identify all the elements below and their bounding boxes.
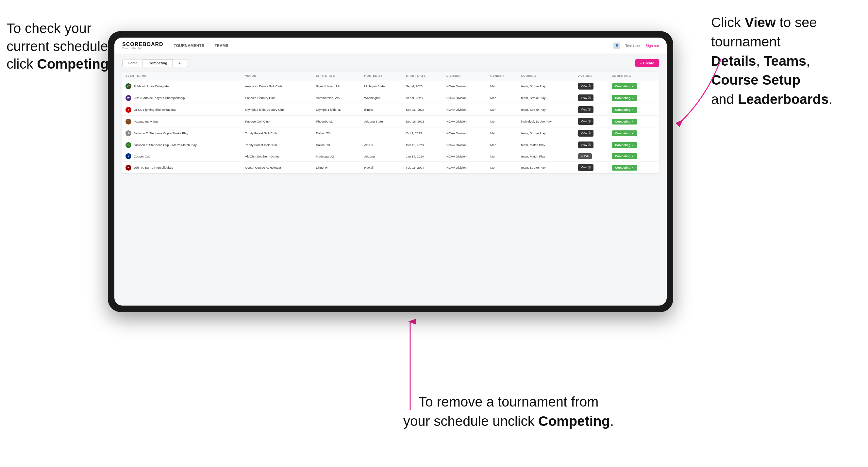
event-name-cell: I OFCC Fighting Illini Invitational <box>122 104 242 116</box>
start-date-cell: Feb 15, 2024 <box>403 162 443 174</box>
team-logo: 🌿 <box>125 142 131 148</box>
tournaments-table: EVENT NAME VENUE CITY, STATE HOSTED BY S… <box>122 71 659 173</box>
filter-tabs: Home Competing All <box>122 59 188 67</box>
event-name: 2023 Sahalee Players Championship <box>134 96 185 100</box>
venue-cell: Ak-Chin Southern Dunes <box>242 151 313 162</box>
competing-badge[interactable]: Competing ✓ <box>612 119 637 125</box>
competing-cell: Competing ✓ <box>609 81 659 92</box>
competing-badge[interactable]: Competing ✓ <box>612 107 637 113</box>
start-date-cell: Sep 4, 2023 <box>403 81 443 92</box>
city-state-cell: Dallas, TX <box>313 139 361 151</box>
hosted-by-cell <box>361 127 402 139</box>
hosted-by-cell: Hawaii <box>361 162 402 174</box>
col-venue: VENUE <box>242 71 313 81</box>
event-name: OFCC Fighting Illini Invitational <box>134 108 176 112</box>
competing-cell: Competing ✓ <box>609 116 659 127</box>
hosted-by-cell: Arizona <box>361 151 402 162</box>
competing-badge[interactable]: Competing ✓ <box>612 95 637 101</box>
division-cell: NCAA Division I <box>443 92 487 104</box>
annotation-bottom: To remove a tournament from your schedul… <box>384 393 633 431</box>
col-gender: GENDER <box>487 71 518 81</box>
division-cell: NCAA Division I <box>443 162 487 174</box>
competing-badge[interactable]: Competing ✓ <box>612 142 637 148</box>
start-date-cell: Oct 11, 2023 <box>403 139 443 151</box>
event-name: Copper Cup <box>134 155 150 158</box>
city-state-cell: Dallas, TX <box>313 127 361 139</box>
division-cell: NCAA Division I <box>443 81 487 92</box>
gender-cell: Men <box>487 127 518 139</box>
scoreboard-logo: SCOREBOARD Powered by clipd <box>122 42 163 50</box>
table-row: 🏌 Papago Individual Papago Golf ClubPhoe… <box>122 116 659 127</box>
tab-home[interactable]: Home <box>122 59 143 67</box>
user-avatar: 👤 <box>613 42 620 49</box>
hosted-by-cell: Illinois <box>361 104 402 116</box>
start-date-cell: Sep 15, 2023 <box>403 104 443 116</box>
actions-cell: View ⓘ <box>575 92 609 104</box>
division-cell: NCAA Division I <box>443 104 487 116</box>
view-button[interactable]: View ⓘ <box>578 118 593 125</box>
view-button[interactable]: View ⓘ <box>578 164 593 171</box>
competing-badge[interactable]: Competing ✓ <box>612 130 637 136</box>
team-logo: W <box>125 95 131 101</box>
event-name-cell: W 2023 Sahalee Players Championship <box>122 92 242 104</box>
content-area: Home Competing All + Create EVENT NAME V… <box>114 54 667 306</box>
competing-badge[interactable]: Competing ✓ <box>612 153 637 159</box>
start-date-cell: Oct 9, 2023 <box>403 127 443 139</box>
competing-badge[interactable]: Competing ✓ <box>612 83 637 89</box>
competing-cell: Competing ✓ <box>609 162 659 174</box>
tab-competing[interactable]: Competing <box>143 59 173 67</box>
start-date-cell: Sep 9, 2023 <box>403 92 443 104</box>
scoring-cell: team, Stroke Play <box>518 81 575 92</box>
venue-cell: American Dunes Golf Club <box>242 81 313 92</box>
view-button[interactable]: View ⓘ <box>578 142 593 148</box>
create-button[interactable]: + Create <box>635 59 659 67</box>
header-left: SCOREBOARD Powered by clipd TOURNAMENTS … <box>122 42 228 50</box>
view-button[interactable]: View ⓘ <box>578 130 593 136</box>
hosted-by-cell: Washington <box>361 92 402 104</box>
scoring-cell: team, Match Play <box>518 139 575 151</box>
event-name-cell: ⚙ Jackson T. Stephens Cup – Stroke Play <box>122 127 242 139</box>
table-row: 🏈 Folds of Honor Collegiate American Dun… <box>122 81 659 92</box>
event-name-cell: A Copper Cup <box>122 151 242 162</box>
col-hosted-by: HOSTED BY <box>361 71 402 81</box>
scoring-cell: team, Stroke Play <box>518 92 575 104</box>
col-scoring: SCORING <box>518 71 575 81</box>
toolbar: Home Competing All + Create <box>122 59 659 67</box>
gender-cell: Men <box>487 139 518 151</box>
scoring-cell: team, Match Play <box>518 151 575 162</box>
table-row: I OFCC Fighting Illini Invitational Olym… <box>122 104 659 116</box>
actions-cell: ✏ Edit <box>575 151 609 162</box>
view-button[interactable]: View ⓘ <box>578 83 593 90</box>
user-name: Test User <box>625 44 640 48</box>
competing-cell: Competing ✓ <box>609 127 659 139</box>
venue-cell: Trinity Forest Golf Club <box>242 127 313 139</box>
competing-cell: Competing ✓ <box>609 151 659 162</box>
logo-main: SCOREBOARD <box>122 42 163 47</box>
edit-button[interactable]: ✏ Edit <box>578 153 592 159</box>
event-name-cell: 🏌 Papago Individual <box>122 116 242 127</box>
nav-teams[interactable]: TEAMS <box>215 42 228 49</box>
col-competing: COMPETING <box>609 71 659 81</box>
view-button[interactable]: View ⓘ <box>578 106 593 113</box>
competing-badge[interactable]: Competing ✓ <box>612 165 637 170</box>
hosted-by-cell: ABAC <box>361 139 402 151</box>
division-cell: NCAA Division I <box>443 151 487 162</box>
venue-cell: Ocean Course At Hokuala <box>242 162 313 174</box>
actions-cell: View ⓘ <box>575 116 609 127</box>
tab-all[interactable]: All <box>173 59 188 67</box>
city-state-cell: Olympia Fields, IL <box>313 104 361 116</box>
city-state-cell: Grand Haven, MI <box>313 81 361 92</box>
view-button[interactable]: View ⓘ <box>578 94 593 101</box>
hosted-by-cell: Michigan State <box>361 81 402 92</box>
team-logo: A <box>125 153 131 159</box>
actions-cell: View ⓘ <box>575 139 609 151</box>
table-row: 🌿 Jackson T. Stephens Cup – Men's Match … <box>122 139 659 151</box>
start-date-cell: Sep 18, 2023 <box>403 116 443 127</box>
nav-tournaments[interactable]: TOURNAMENTS <box>174 42 204 49</box>
competing-cell: Competing ✓ <box>609 139 659 151</box>
logo-sub: Powered by clipd <box>122 47 163 50</box>
city-state-cell: Lihue, HI <box>313 162 361 174</box>
actions-cell: View ⓘ <box>575 81 609 92</box>
division-cell: NCAA Division I <box>443 116 487 127</box>
sign-out-link[interactable]: Sign out <box>646 44 659 48</box>
